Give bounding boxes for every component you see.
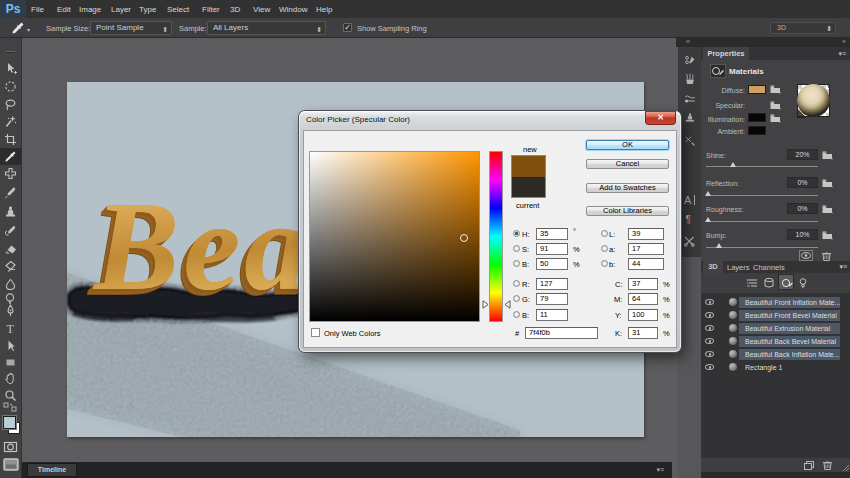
svg-text:T: T [7, 322, 15, 335]
svg-text:A: A [684, 194, 692, 206]
svg-text:¶: ¶ [686, 214, 691, 225]
